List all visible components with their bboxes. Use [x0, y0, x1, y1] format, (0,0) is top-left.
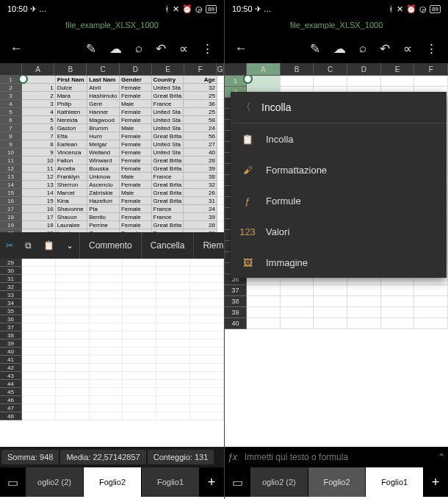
- column-header[interactable]: A B C D E F: [225, 63, 448, 76]
- cell[interactable]: Arcelia: [56, 165, 88, 173]
- cell[interactable]: Zabriskie: [87, 189, 120, 197]
- cell[interactable]: Male: [120, 124, 152, 132]
- cell[interactable]: Kina: [56, 197, 88, 205]
- cell[interactable]: Hanner: [87, 108, 120, 116]
- cut-button[interactable]: ✂: [0, 240, 19, 251]
- row-head[interactable]: 11: [0, 157, 22, 165]
- col-B[interactable]: B: [54, 63, 87, 75]
- cell[interactable]: 31: [184, 197, 217, 205]
- cell[interactable]: 16: [22, 205, 56, 213]
- cell[interactable]: Female: [120, 148, 152, 157]
- cell[interactable]: 8: [22, 140, 56, 148]
- cell[interactable]: First Nam: [56, 76, 88, 84]
- cell[interactable]: Male: [120, 100, 152, 108]
- cell[interactable]: 39: [184, 213, 217, 221]
- search-icon[interactable]: ⌕: [135, 41, 142, 56]
- cell[interactable]: Great Brita: [152, 132, 184, 140]
- cell[interactable]: Hurn: [87, 132, 120, 140]
- row-head[interactable]: 4: [0, 100, 22, 108]
- col-A[interactable]: A: [22, 63, 54, 75]
- cell[interactable]: Female: [120, 165, 152, 173]
- cell[interactable]: Gaston: [56, 124, 88, 132]
- cell[interactable]: Abril: [87, 84, 120, 92]
- cell[interactable]: Fallon: [56, 157, 88, 165]
- cell[interactable]: Brumm: [87, 124, 120, 132]
- cell[interactable]: 7: [22, 132, 56, 140]
- cell[interactable]: 24: [184, 205, 217, 213]
- cell[interactable]: 10: [22, 157, 56, 165]
- cell[interactable]: Pia: [87, 205, 120, 213]
- cell[interactable]: Great Brita: [152, 165, 184, 173]
- cell[interactable]: 3: [22, 100, 56, 108]
- col-D[interactable]: D: [120, 63, 152, 75]
- col-G[interactable]: G: [217, 63, 224, 75]
- formula-input[interactable]: [245, 452, 430, 462]
- cell[interactable]: Weiland: [87, 148, 120, 157]
- cell[interactable]: Dulce: [56, 84, 88, 92]
- paste-item-values[interactable]: 123Valori: [231, 216, 447, 247]
- cell[interactable]: 25: [184, 92, 217, 100]
- cell[interactable]: Magwood: [87, 116, 120, 124]
- row-head[interactable]: 20: [0, 229, 22, 232]
- fx-icon[interactable]: ƒx: [228, 452, 237, 462]
- paste-item-paste[interactable]: 📋Incolla: [231, 123, 447, 154]
- row-head[interactable]: 5: [0, 108, 22, 116]
- cloud-icon[interactable]: ☁: [109, 41, 122, 57]
- add-tab-button[interactable]: +: [423, 467, 448, 497]
- col-E[interactable]: E: [152, 63, 184, 75]
- row-head[interactable]: 6: [0, 116, 22, 124]
- cell[interactable]: Sherron: [56, 181, 88, 189]
- cell[interactable]: Benito: [87, 213, 120, 221]
- clear-button[interactable]: Cancella: [141, 232, 194, 259]
- cell[interactable]: Lauralee: [56, 221, 88, 229]
- col-D[interactable]: D: [347, 63, 381, 75]
- row-head[interactable]: 7: [0, 124, 22, 132]
- cell[interactable]: Gent: [87, 100, 120, 108]
- corner-cell[interactable]: [225, 63, 247, 75]
- undo-icon[interactable]: ↶: [156, 41, 166, 57]
- comment-button[interactable]: Commento: [79, 232, 141, 259]
- cell[interactable]: 28: [184, 157, 217, 165]
- cell[interactable]: United Sta: [152, 148, 184, 157]
- spreadsheet-grid[interactable]: 1First NamLast NamGenderCountryAge21Dulc…: [0, 76, 224, 232]
- tab-foglio2[interactable]: Foglio2: [308, 467, 366, 497]
- cell[interactable]: United Sta: [152, 108, 184, 116]
- cloud-icon[interactable]: ☁: [333, 41, 346, 57]
- back-icon[interactable]: ←: [235, 41, 248, 56]
- cell[interactable]: 6: [22, 124, 56, 132]
- more-icon[interactable]: ⋮: [425, 41, 438, 57]
- cell[interactable]: Female: [120, 229, 152, 232]
- cell[interactable]: Male: [120, 173, 152, 181]
- cell[interactable]: 32: [184, 181, 217, 189]
- cell[interactable]: Male: [120, 189, 152, 197]
- cell[interactable]: France: [152, 229, 184, 232]
- add-tab-button[interactable]: +: [199, 467, 224, 497]
- more-icon[interactable]: ⋮: [201, 41, 214, 57]
- col-C[interactable]: C: [87, 63, 119, 75]
- spreadsheet-grid-lower[interactable]: 2930313233343536373839404142434445464748: [0, 259, 224, 447]
- cell[interactable]: 17: [22, 213, 56, 221]
- more-context-button[interactable]: ⌄: [60, 240, 79, 251]
- cell[interactable]: United Sta: [152, 116, 184, 124]
- row-head[interactable]: 14: [0, 181, 22, 189]
- cell[interactable]: Franklyn: [56, 173, 88, 181]
- col-E[interactable]: E: [381, 63, 415, 75]
- cell[interactable]: Earlean: [56, 140, 88, 148]
- cell[interactable]: Unknow: [87, 173, 120, 181]
- cell[interactable]: Female: [120, 181, 152, 189]
- col-B[interactable]: B: [281, 63, 314, 75]
- sheets-icon[interactable]: ▭: [225, 467, 250, 497]
- cell[interactable]: 28: [184, 221, 217, 229]
- paste-item-format[interactable]: 🖌Formattazione: [231, 154, 447, 185]
- cell[interactable]: 15: [22, 197, 56, 205]
- cell[interactable]: 13: [22, 181, 56, 189]
- cell[interactable]: Winward: [87, 157, 120, 165]
- undo-icon[interactable]: ↶: [380, 41, 390, 57]
- row-head[interactable]: 3: [0, 92, 22, 100]
- cell[interactable]: Age: [184, 76, 217, 84]
- cell[interactable]: 36: [184, 100, 217, 108]
- cell[interactable]: Female: [120, 140, 152, 148]
- cell[interactable]: Vincenza: [56, 148, 88, 157]
- cell[interactable]: 1: [22, 84, 56, 92]
- column-header[interactable]: A B C D E F G: [0, 63, 224, 76]
